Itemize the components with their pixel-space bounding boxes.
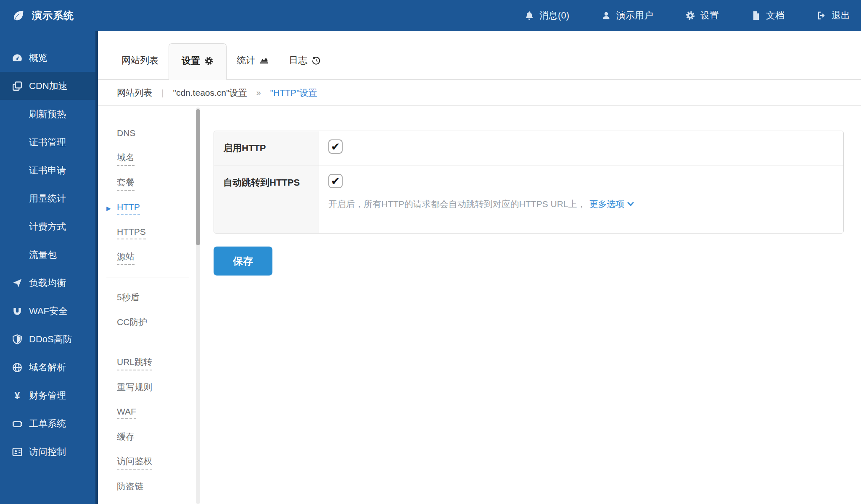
subnav-item-plan[interactable]: 套餐 bbox=[98, 171, 196, 196]
subnav-item-origin[interactable]: 源站 bbox=[98, 245, 196, 270]
setting-label: 启用HTTP bbox=[214, 131, 319, 165]
sidebar-item-waf[interactable]: WAF安全 bbox=[0, 297, 98, 325]
tab-label: 统计 bbox=[237, 54, 255, 67]
sidebar-item-billing-method[interactable]: 计费方式 bbox=[0, 213, 98, 241]
logout-menu-item[interactable]: 退出 bbox=[816, 9, 850, 22]
subnav-item-5s-shield[interactable]: 5秒盾 bbox=[98, 286, 196, 310]
sidebar-item-label: 刷新预热 bbox=[29, 108, 66, 121]
gear-icon bbox=[204, 56, 214, 66]
tab-statistics[interactable]: 统计 bbox=[227, 54, 279, 79]
sidebar-item-ddos[interactable]: DDoS高防 bbox=[0, 325, 98, 353]
tab-bar: 网站列表 设置 统计 日志 bbox=[98, 31, 861, 80]
tab-logs[interactable]: 日志 bbox=[279, 54, 331, 79]
gear-icon bbox=[685, 10, 695, 21]
subnav-item-access-auth[interactable]: 访问鉴权 bbox=[98, 450, 196, 475]
setting-row-auto-https-redirect: 自动跳转到HTTPS ✔ 开启后，所有HTTP的请求都会自动跳转到对应的HTTP… bbox=[214, 165, 843, 233]
document-icon bbox=[751, 10, 761, 21]
enable-http-checkbox[interactable]: ✔ bbox=[328, 139, 343, 154]
messages-label: 消息(0) bbox=[539, 9, 569, 22]
sidebar-item-label: 流量包 bbox=[29, 249, 57, 261]
docs-label: 文档 bbox=[766, 9, 784, 22]
topbar: 演示系统 消息(0) 演示用户 设置 文档 退出 bbox=[0, 0, 861, 31]
setting-value: ✔ 开启后，所有HTTP的请求都会自动跳转到对应的HTTPS URL上， 更多选… bbox=[319, 165, 843, 233]
settings-menu-item[interactable]: 设置 bbox=[685, 9, 719, 22]
subnav-item-waf[interactable]: WAF bbox=[98, 400, 196, 425]
magnet-icon bbox=[12, 306, 23, 317]
logout-icon bbox=[816, 10, 827, 21]
sidebar-item-label: 访问控制 bbox=[29, 446, 66, 458]
subnav-item-dns[interactable]: DNS bbox=[98, 121, 196, 146]
subnav-item-rewrite-rules[interactable]: 重写规则 bbox=[98, 375, 196, 400]
clone-icon bbox=[12, 81, 23, 92]
sidebar-item-label: 证书申请 bbox=[29, 164, 66, 177]
sidebar-item-finance[interactable]: ¥ 财务管理 bbox=[0, 381, 98, 410]
sidebar-item-label: 域名解析 bbox=[29, 361, 66, 374]
paper-plane-icon bbox=[12, 278, 23, 289]
sidebar-item-tickets[interactable]: 工单系统 bbox=[0, 410, 98, 438]
subnav-divider bbox=[106, 343, 189, 343]
sidebar-item-label: 计费方式 bbox=[29, 220, 66, 233]
sidebar-item-load-balance[interactable]: 负载均衡 bbox=[0, 269, 98, 297]
sidebar-item-label: 概览 bbox=[29, 52, 48, 64]
gauge-icon bbox=[12, 52, 23, 63]
tab-website-list[interactable]: 网站列表 bbox=[111, 54, 169, 79]
globe-icon bbox=[12, 362, 23, 373]
sidebar-item-cert-apply[interactable]: 证书申请 bbox=[0, 156, 98, 184]
auto-https-redirect-checkbox[interactable]: ✔ bbox=[328, 174, 343, 188]
sidebar-item-label: 工单系统 bbox=[29, 417, 66, 430]
sidebar-item-refresh-prewarm[interactable]: 刷新预热 bbox=[0, 100, 98, 128]
settings-label: 设置 bbox=[700, 9, 719, 22]
subnav-scrollbar-thumb[interactable] bbox=[196, 109, 200, 245]
subnav-divider bbox=[106, 278, 189, 278]
subnav-item-https[interactable]: HTTPS bbox=[98, 220, 196, 245]
sidebar-item-access-control[interactable]: 访问控制 bbox=[0, 438, 98, 466]
settings-subnav: DNS 域名 套餐 ▶ HTTP HTTPS 源站 5秒盾 CC防护 URL跳转… bbox=[98, 106, 196, 504]
sidebar-item-usage-stats[interactable]: 用量统计 bbox=[0, 184, 98, 213]
chevron-down-icon bbox=[627, 202, 634, 207]
sidebar-item-overview[interactable]: 概览 bbox=[0, 44, 98, 72]
breadcrumb-site-settings[interactable]: "cdn.teaos.cn"设置 bbox=[173, 87, 247, 99]
sidebar-item-label: 财务管理 bbox=[29, 389, 66, 402]
bell-icon bbox=[524, 10, 534, 21]
docs-menu-item[interactable]: 文档 bbox=[751, 9, 784, 22]
sidebar-item-traffic-package[interactable]: 流量包 bbox=[0, 241, 98, 269]
sidebar-item-dns-resolve[interactable]: 域名解析 bbox=[0, 353, 98, 381]
more-options-link[interactable]: 更多选项 bbox=[589, 198, 634, 210]
sidebar-item-cdn[interactable]: CDN加速 bbox=[0, 72, 98, 100]
settings-table: 启用HTTP ✔ 自动跳转到HTTPS ✔ 开启后，所有HTTP bbox=[214, 131, 844, 234]
breadcrumb-separator: » bbox=[256, 88, 261, 97]
breadcrumb-separator: | bbox=[161, 88, 164, 98]
logout-label: 退出 bbox=[832, 9, 850, 22]
subnav-scrollbar-track[interactable] bbox=[196, 108, 200, 504]
main-content: 网站列表 设置 统计 日志 网站列表 | "cdn.teaos.cn"设置 » … bbox=[98, 31, 861, 504]
settings-content: DNS 域名 套餐 ▶ HTTP HTTPS 源站 5秒盾 CC防护 URL跳转… bbox=[98, 106, 861, 504]
messages-menu-item[interactable]: 消息(0) bbox=[524, 9, 569, 22]
tab-settings[interactable]: 设置 bbox=[169, 43, 227, 80]
sidebar-item-cert-manage[interactable]: 证书管理 bbox=[0, 128, 98, 156]
leaf-logo-icon bbox=[12, 9, 25, 22]
subnav-item-hotlink-protect[interactable]: 防盗链 bbox=[98, 475, 196, 499]
sidebar: 概览 CDN加速 刷新预热 证书管理 证书申请 用量统计 计费方式 流量包 负载… bbox=[0, 31, 98, 504]
subnav-item-url-redirect[interactable]: URL跳转 bbox=[98, 351, 196, 375]
subnav-item-cache[interactable]: 缓存 bbox=[98, 425, 196, 450]
breadcrumb-website-list[interactable]: 网站列表 bbox=[117, 87, 152, 99]
app-brand: 演示系统 bbox=[0, 9, 177, 22]
topbar-menu: 消息(0) 演示用户 设置 文档 退出 bbox=[524, 9, 861, 22]
tab-label: 日志 bbox=[289, 54, 307, 67]
setting-description: 开启后，所有HTTP的请求都会自动跳转到对应的HTTPS URL上， 更多选项 bbox=[328, 198, 833, 210]
active-arrow-icon: ▶ bbox=[106, 205, 111, 212]
sidebar-item-label: DDoS高防 bbox=[29, 333, 72, 346]
checkmark-icon: ✔ bbox=[331, 176, 340, 186]
sidebar-item-label: WAF安全 bbox=[29, 305, 68, 318]
id-card-icon bbox=[12, 446, 23, 457]
ticket-icon bbox=[12, 418, 23, 429]
save-button[interactable]: 保存 bbox=[214, 247, 272, 276]
subnav-item-http[interactable]: ▶ HTTP bbox=[98, 196, 196, 220]
user-menu-item[interactable]: 演示用户 bbox=[601, 9, 653, 22]
subnav-item-domain[interactable]: 域名 bbox=[98, 146, 196, 171]
app-title: 演示系统 bbox=[32, 9, 74, 22]
subnav-item-cc-protect[interactable]: CC防护 bbox=[98, 310, 196, 335]
shield-icon bbox=[12, 334, 23, 345]
tab-label: 网站列表 bbox=[121, 54, 158, 67]
breadcrumb-http-settings[interactable]: "HTTP"设置 bbox=[270, 87, 317, 99]
